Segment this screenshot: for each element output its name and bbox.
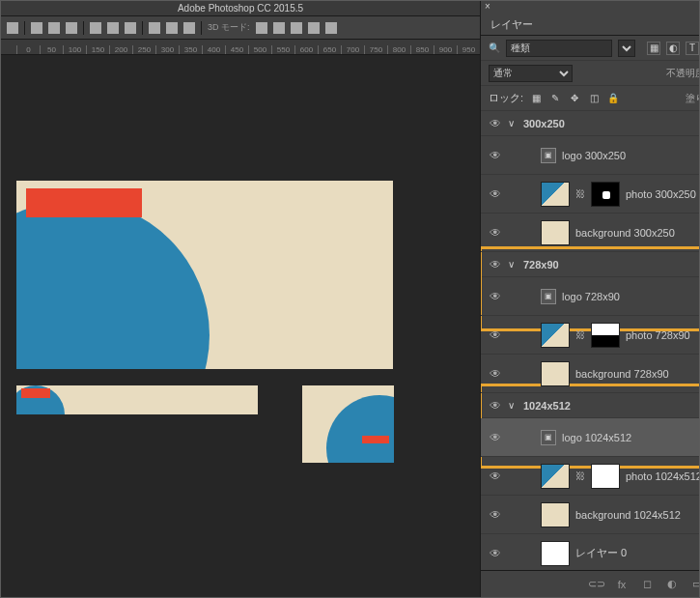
- artboard-1024x512[interactable]: 1024x512: [16, 181, 393, 369]
- chevron-down-icon[interactable]: ∨: [508, 259, 518, 270]
- link-icon[interactable]: ⛓: [575, 329, 585, 340]
- visibility-icon[interactable]: 👁: [489, 149, 502, 162]
- tool-icon[interactable]: [273, 22, 285, 34]
- tool-icon[interactable]: [291, 22, 302, 34]
- visibility-icon[interactable]: 👁: [489, 367, 502, 381]
- visibility-icon[interactable]: 👁: [489, 290, 502, 303]
- visibility-icon[interactable]: 👁: [489, 117, 502, 130]
- layer-name[interactable]: レイヤー 0: [575, 546, 627, 560]
- fx-icon[interactable]: fx: [614, 577, 630, 592]
- layer-filter-select[interactable]: [618, 40, 635, 57]
- layers-panel-footer: ⊂⊃fx◻◐▭⊞🗑: [481, 570, 700, 597]
- layer-name[interactable]: photo 300x250: [626, 188, 696, 200]
- layer-row[interactable]: 👁background 300x250: [481, 214, 700, 252]
- layer-thumb[interactable]: [541, 182, 570, 207]
- visibility-icon[interactable]: 👁: [489, 187, 502, 201]
- visibility-icon[interactable]: 👁: [489, 328, 502, 342]
- blend-mode-select[interactable]: 通常: [489, 65, 573, 82]
- layer-name[interactable]: background 1024x512: [575, 509, 681, 521]
- visibility-icon[interactable]: 👁: [489, 547, 502, 560]
- layer-thumb[interactable]: [541, 361, 570, 386]
- panel-close-icon[interactable]: ×: [481, 1, 700, 14]
- tool-icon[interactable]: [90, 22, 101, 34]
- layer-group-header[interactable]: 👁∨300x250: [481, 111, 700, 136]
- layer-row[interactable]: 👁background 728x90: [481, 355, 700, 393]
- layer-group-header[interactable]: 👁∨1024x512: [481, 393, 700, 418]
- layer-row[interactable]: 👁▣logo 728x90: [481, 277, 700, 316]
- layer-name[interactable]: logo 1024x512: [562, 432, 631, 443]
- visibility-icon[interactable]: 👁: [489, 508, 502, 522]
- link-icon[interactable]: ⛓: [575, 470, 585, 481]
- tool-icon[interactable]: [166, 22, 178, 34]
- filter-type-icon[interactable]: T: [686, 42, 699, 55]
- artboard-728x90[interactable]: 728x90: [16, 385, 258, 414]
- tool-icon[interactable]: [7, 22, 18, 34]
- visibility-icon[interactable]: 👁: [489, 470, 502, 483]
- chevron-down-icon[interactable]: ∨: [508, 400, 518, 411]
- mask-thumb[interactable]: [591, 182, 620, 207]
- layer-thumb[interactable]: [541, 464, 570, 489]
- lock-artboard-icon[interactable]: ◫: [587, 92, 601, 105]
- panel-title[interactable]: レイヤー: [490, 17, 533, 32]
- layer-name[interactable]: logo 300x250: [562, 150, 626, 161]
- layer-name[interactable]: background 728x90: [575, 368, 669, 380]
- tool-icon[interactable]: [256, 22, 267, 34]
- mask-thumb[interactable]: [591, 323, 620, 348]
- tool-icon[interactable]: [149, 22, 160, 34]
- layer-name[interactable]: background 300x250: [575, 227, 675, 239]
- canvas-body[interactable]: 1024x512 728x90 300x250: [1, 55, 480, 597]
- ruler: 0501001502002503003504004505005506006507…: [1, 40, 480, 55]
- layer-row[interactable]: 👁▣logo 300x250: [481, 136, 700, 175]
- visibility-icon[interactable]: 👁: [489, 399, 502, 413]
- layers-list[interactable]: 👁∨300x250👁▣logo 300x250👁⛓photo 300x250👁b…: [481, 111, 700, 570]
- visibility-icon[interactable]: 👁: [489, 431, 502, 444]
- chevron-down-icon[interactable]: ∨: [508, 118, 518, 128]
- layer-filter-row: 🔍 ▦ ◐ T ◫ ◨ ▮: [481, 36, 700, 61]
- link-icon[interactable]: ⛓: [575, 188, 585, 199]
- group-name[interactable]: 728x90: [523, 259, 559, 271]
- group-name[interactable]: 300x250: [523, 118, 565, 129]
- layer-thumb[interactable]: [541, 220, 570, 245]
- mask-icon[interactable]: ◻: [639, 577, 655, 592]
- layer-thumb[interactable]: [541, 541, 570, 566]
- filter-image-icon[interactable]: ▦: [647, 42, 660, 55]
- layer-name[interactable]: photo 728x90: [626, 329, 690, 341]
- tool-icon[interactable]: [125, 22, 136, 34]
- filter-adjust-icon[interactable]: ◐: [666, 42, 680, 55]
- tool-icon[interactable]: [183, 22, 195, 34]
- layer-row[interactable]: 👁⛓photo 1024x512: [481, 457, 700, 496]
- link-icon[interactable]: ⊂⊃: [589, 577, 604, 592]
- lock-move-icon[interactable]: ✥: [568, 92, 581, 105]
- group-name[interactable]: 1024x512: [523, 400, 571, 412]
- layer-name[interactable]: logo 728x90: [562, 291, 620, 302]
- lock-pixels-icon[interactable]: ▦: [529, 92, 543, 105]
- layer-row[interactable]: 👁⛓photo 300x250: [481, 175, 700, 214]
- tool-icon[interactable]: [66, 22, 77, 34]
- layer-row[interactable]: 👁レイヤー 0: [481, 534, 700, 570]
- tool-icon[interactable]: [48, 22, 60, 34]
- adjustment-icon[interactable]: ◐: [664, 577, 680, 592]
- tool-icon[interactable]: [308, 22, 320, 34]
- lock-label: ロック:: [489, 91, 523, 105]
- mode-label: 3D モード:: [208, 21, 250, 34]
- layer-group-header[interactable]: 👁∨728x90: [481, 252, 700, 277]
- layer-filter-input[interactable]: [506, 40, 612, 57]
- lock-brush-icon[interactable]: ✎: [548, 92, 562, 105]
- layer-row[interactable]: 👁background 1024x512: [481, 496, 700, 534]
- layer-thumb[interactable]: [541, 323, 570, 348]
- visibility-icon[interactable]: 👁: [489, 258, 502, 271]
- tool-icon[interactable]: [107, 22, 119, 34]
- mask-thumb[interactable]: [591, 464, 620, 489]
- app-title: Adobe Photoshop CC 2015.5: [1, 1, 480, 16]
- tool-icon[interactable]: [325, 22, 337, 34]
- options-bar: 3D モード:: [1, 16, 480, 40]
- visibility-icon[interactable]: 👁: [489, 226, 502, 240]
- artboard-300x250[interactable]: 300x250: [302, 385, 394, 463]
- tool-icon[interactable]: [31, 22, 42, 34]
- group-icon[interactable]: ▭: [689, 577, 700, 592]
- layer-name[interactable]: photo 1024x512: [626, 470, 700, 482]
- lock-all-icon[interactable]: 🔒: [606, 92, 620, 105]
- layer-row[interactable]: 👁⛓photo 728x90: [481, 316, 700, 355]
- layer-thumb[interactable]: [541, 502, 570, 527]
- layer-row[interactable]: 👁▣logo 1024x512: [481, 418, 700, 457]
